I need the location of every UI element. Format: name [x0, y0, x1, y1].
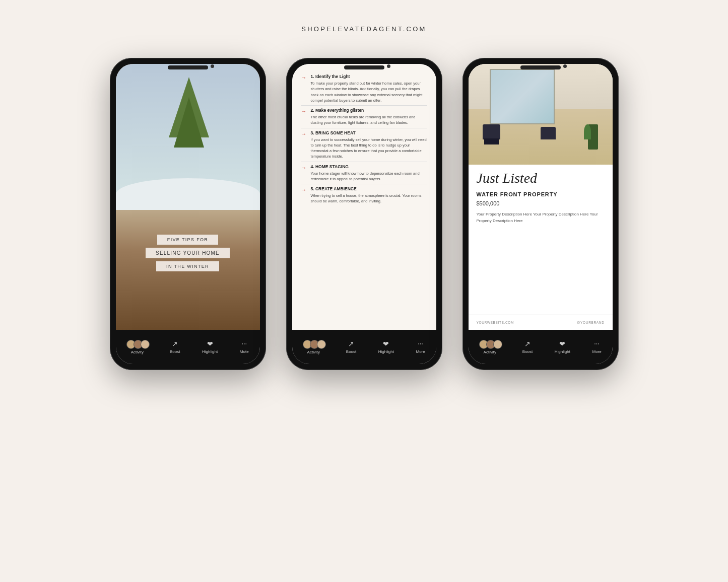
nav-boost-1[interactable]: ↗ Boost — [170, 340, 180, 354]
tip-text-4: 4. HOME STAGING Your home stager will kn… — [311, 164, 427, 182]
tip-item-2: → 2. Make everything glisten The other m… — [301, 108, 427, 126]
nav-activity-1[interactable]: Activity — [126, 340, 148, 354]
tip-body-5: When trying to sell a house, the atmosph… — [311, 193, 427, 204]
winter-label-3: IN THE WINTER — [156, 261, 219, 271]
nav-more-label-3: More — [592, 349, 601, 354]
phone-3-content: Just Listed WATER FRONT PROPERTY $500,00… — [469, 64, 613, 330]
winter-label-1: FIVE TIPS FOR — [157, 235, 218, 245]
tip-item-4: → 4. HOME STAGING Your home stager will … — [301, 164, 427, 182]
nav-highlight-2[interactable]: ❤ Highlight — [378, 340, 394, 354]
phone-3: Just Listed WATER FRONT PROPERTY $500,00… — [462, 58, 619, 370]
nav-activity-label-1: Activity — [131, 350, 144, 354]
nav-activity-3[interactable]: Activity — [479, 340, 500, 354]
nav-boost-label-1: Boost — [170, 349, 180, 354]
room-chair-1 — [483, 124, 500, 139]
phone-2-nav: Activity ↗ Boost ❤ Highlight ··· More — [292, 330, 436, 364]
phone-1: FIVE TIPS FOR SELLING YOUR HOME IN THE W… — [110, 58, 266, 370]
nav-more-label-2: More — [416, 349, 425, 354]
listing-image — [469, 64, 613, 165]
tip-text-5: 5. CREATE AMBIENCE When trying to sell a… — [311, 186, 427, 204]
tip-text-2: 2. Make everything glisten The other mos… — [311, 108, 427, 126]
phone-2-content: → 1. Identify the Light To make your pro… — [292, 64, 436, 330]
listing-brand: @YOURBRAND — [577, 321, 605, 324]
phone-3-camera — [563, 64, 567, 68]
nav-more-3[interactable]: ··· More — [592, 340, 601, 354]
highlight-icon-1: ❤ — [207, 340, 213, 348]
listing-website: YOURWEBSITE.COM — [477, 321, 514, 324]
nav-boost-label-2: Boost — [346, 349, 356, 354]
phone-2-screen: → 1. Identify the Light To make your pro… — [292, 64, 436, 364]
room-window — [490, 69, 555, 124]
nav-activity-label-3: Activity — [484, 350, 496, 354]
tip-divider-1 — [301, 105, 427, 106]
tips-container: → 1. Identify the Light To make your pro… — [301, 74, 427, 204]
phone-1-background: FIVE TIPS FOR SELLING YOUR HOME IN THE W… — [116, 64, 260, 330]
tip-arrow-2: → — [301, 108, 307, 114]
listing-body: Just Listed WATER FRONT PROPERTY $500,00… — [469, 165, 613, 315]
highlight-icon-3: ❤ — [559, 340, 565, 348]
listing-footer: YOURWEBSITE.COM @YOURBRAND — [469, 315, 613, 330]
winter-label-2: SELLING YOUR HOME — [146, 248, 230, 258]
tip-text-3: 3. BRING SOME HEAT If you want to succes… — [311, 130, 427, 160]
winter-text-overlay: FIVE TIPS FOR SELLING YOUR HOME IN THE W… — [116, 235, 260, 271]
phone-1-camera — [211, 64, 214, 68]
just-listed-heading: Just Listed — [477, 171, 605, 186]
tip-item-1: → 1. Identify the Light To make your pro… — [301, 74, 427, 103]
tip-title-3: 3. BRING SOME HEAT — [311, 130, 427, 135]
tip-item-5: → 5. CREATE AMBIENCE When trying to sell… — [301, 186, 427, 204]
tip-arrow-3: → — [301, 131, 307, 137]
nav-boost-label-3: Boost — [522, 349, 533, 354]
tip-title-1: 1. Identify the Light — [311, 74, 427, 79]
tip-title-2: 2. Make everything glisten — [311, 108, 427, 113]
snow-tree — [159, 77, 219, 178]
nav-highlight-label-1: Highlight — [202, 349, 218, 354]
listing-description: Your Property Description Here Your Prop… — [477, 211, 605, 225]
phone-3-notch — [520, 65, 561, 69]
boost-icon-2: ↗ — [348, 340, 354, 348]
more-icon-3: ··· — [594, 340, 600, 348]
nav-more-1[interactable]: ··· Mote — [240, 340, 249, 354]
phone-1-nav: Activity ↗ Boost ❤ Highlight ··· Mote — [116, 330, 260, 364]
tip-body-4: Your home stager will know how to depers… — [311, 171, 427, 182]
nav-avatar-9 — [493, 340, 502, 349]
phone-3-nav: Activity ↗ Boost ❤ Highlight ··· More — [469, 330, 613, 364]
more-icon-2: ··· — [418, 340, 423, 348]
phone-1-content: FIVE TIPS FOR SELLING YOUR HOME IN THE W… — [116, 64, 260, 330]
nav-avatar-6 — [317, 340, 326, 349]
nav-highlight-1[interactable]: ❤ Highlight — [202, 340, 218, 354]
more-icon-1: ··· — [241, 340, 247, 348]
phone-3-screen: Just Listed WATER FRONT PROPERTY $500,00… — [469, 64, 613, 364]
phone-1-notch — [168, 65, 208, 69]
room-chair-2 — [541, 127, 556, 139]
nav-avatar-3 — [141, 340, 150, 349]
nav-more-2[interactable]: ··· More — [416, 340, 425, 354]
nav-boost-2[interactable]: ↗ Boost — [346, 340, 356, 354]
phone-1-screen: FIVE TIPS FOR SELLING YOUR HOME IN THE W… — [116, 64, 260, 364]
nav-activity-2[interactable]: Activity — [303, 340, 324, 354]
tip-divider-3 — [301, 162, 427, 162]
tip-divider-2 — [301, 128, 427, 128]
tip-body-3: If you want to successfully sell your ho… — [311, 137, 427, 160]
tip-text-1: 1. Identify the Light To make your prope… — [311, 74, 427, 103]
phone-2-camera — [387, 64, 390, 68]
tip-item-3: → 3. BRING SOME HEAT If you want to succ… — [301, 130, 427, 160]
nav-highlight-label-3: Highlight — [555, 349, 570, 354]
tip-arrow-1: → — [301, 75, 307, 81]
tip-arrow-4: → — [301, 165, 307, 171]
nav-avatars-3 — [479, 340, 500, 349]
nav-highlight-label-2: Highlight — [378, 349, 394, 354]
snow-cover — [116, 178, 260, 210]
phone-2-notch — [344, 65, 384, 69]
nav-more-label-1: Mote — [240, 349, 249, 354]
tip-divider-4 — [301, 184, 427, 184]
tip-arrow-5: → — [301, 187, 307, 193]
tip-body-1: To make your property stand out for wint… — [311, 81, 427, 103]
nav-avatars-1 — [126, 340, 148, 349]
highlight-icon-2: ❤ — [383, 340, 389, 348]
nav-boost-3[interactable]: ↗ Boost — [522, 340, 533, 354]
nav-highlight-3[interactable]: ❤ Highlight — [555, 340, 570, 354]
listing-price: $500,000 — [477, 200, 605, 206]
phone-2: → 1. Identify the Light To make your pro… — [286, 58, 442, 370]
listing-property-title: WATER FRONT PROPERTY — [477, 191, 605, 197]
room-plant — [588, 124, 598, 150]
